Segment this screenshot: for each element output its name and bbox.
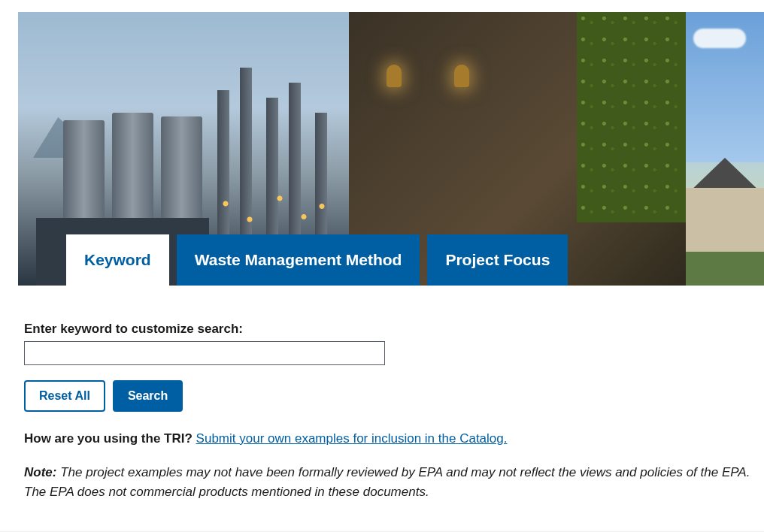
hero-image-neighborhood bbox=[686, 12, 764, 286]
disclaimer-note: Note: The project examples may not have … bbox=[24, 463, 764, 501]
search-button[interactable]: Search bbox=[113, 380, 183, 412]
hero-banner: Keyword Waste Management Method Project … bbox=[18, 12, 764, 286]
tab-keyword[interactable]: Keyword bbox=[66, 234, 169, 286]
reset-all-button[interactable]: Reset All bbox=[24, 380, 105, 412]
keyword-label: Enter keyword to customize search: bbox=[24, 322, 764, 337]
note-body: The project examples may not have been f… bbox=[24, 465, 750, 499]
tab-project-focus[interactable]: Project Focus bbox=[427, 234, 568, 286]
tab-waste-management-method[interactable]: Waste Management Method bbox=[177, 234, 420, 286]
submit-prompt-lead: How are you using the TRI? bbox=[24, 431, 193, 446]
submit-prompt: How are you using the TRI? Submit your o… bbox=[24, 431, 764, 446]
note-label: Note: bbox=[24, 465, 56, 479]
keyword-input[interactable] bbox=[24, 341, 385, 365]
tab-panel-keyword: Enter keyword to customize search: Reset… bbox=[0, 286, 764, 501]
submit-examples-link[interactable]: Submit your own examples for inclusion i… bbox=[196, 431, 508, 446]
search-tabs: Keyword Waste Management Method Project … bbox=[66, 234, 568, 286]
